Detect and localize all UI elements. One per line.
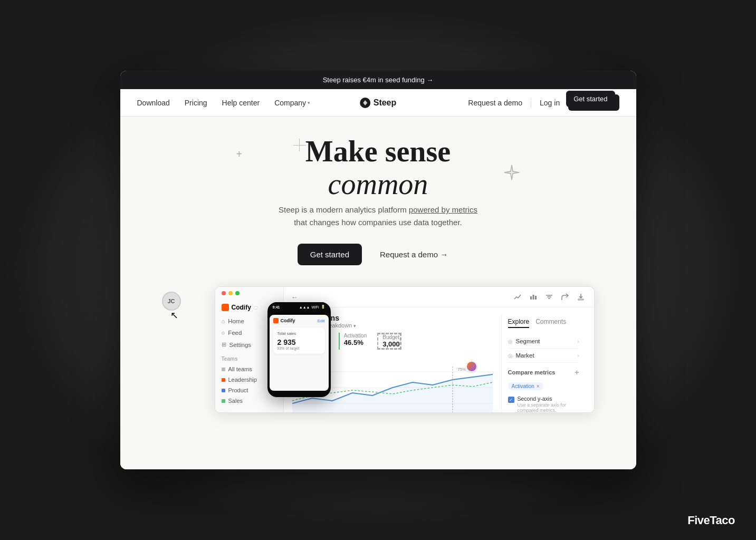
mobile-notch xyxy=(286,309,312,313)
compare-title: Compare metrics + xyxy=(508,368,579,377)
market-icon: ◎ xyxy=(508,353,513,359)
svg-text:75%: 75% xyxy=(457,367,465,372)
sidebar-app-name: Codify xyxy=(232,304,251,311)
second-y-checkbox[interactable]: ✓ xyxy=(508,397,514,403)
chart-user-avatar xyxy=(466,361,477,372)
company-dropdown-icon: ▾ xyxy=(308,100,310,105)
metric-activation-label: Activation xyxy=(344,333,367,339)
deco-plus-1: + xyxy=(236,148,243,160)
metric-budget: Budget 3,000 xyxy=(377,333,401,350)
nav-pricing[interactable]: Pricing xyxy=(185,99,207,107)
sidebar-team-product-label: Product xyxy=(228,387,248,393)
market-text: Market xyxy=(516,352,534,359)
nav-company-label: Company xyxy=(274,99,306,107)
deco-sparkle xyxy=(503,164,520,181)
compare-section: Compare metrics + Activation × xyxy=(508,368,579,412)
hero-section: + Make sense common Steep is a modern an… xyxy=(120,117,636,469)
explore-tabs: Explore Comments xyxy=(508,318,579,328)
team-dot-product xyxy=(222,389,225,392)
segment-text: Segment xyxy=(516,338,540,344)
toolbar-share-icon[interactable] xyxy=(559,291,571,303)
nav-company[interactable]: Company ▾ xyxy=(274,99,310,107)
toolbar-back-button[interactable]: ← xyxy=(291,293,298,301)
deco-cross-1 xyxy=(294,140,305,150)
mobile-content: Codify Edit Total sales 2 935 93% of tar… xyxy=(270,315,329,391)
hero-headline-line2: common xyxy=(328,168,428,200)
metric-budget-value: 3,000 xyxy=(382,340,400,348)
hero-subtitle: Steep is a modern analytics platform pow… xyxy=(279,204,477,229)
nav-brand[interactable]: Steep xyxy=(360,98,397,108)
sidebar-home-label: Home xyxy=(228,318,244,324)
second-y-row: ✓ Second y-axis Use a separate axis for … xyxy=(508,396,579,412)
nav-left: Download Pricing Help center Company ▾ xyxy=(137,99,311,107)
market-chevron: › xyxy=(577,353,579,359)
announcement-text: Steep raises €4m in seed funding → xyxy=(323,76,434,84)
activation-tag-remove[interactable]: × xyxy=(537,383,540,389)
app-screenshot-container: JC ↖ Codify xyxy=(162,286,595,434)
hero-headline-line1: Make sense xyxy=(305,135,451,168)
toolbar-chart-line-icon[interactable] xyxy=(512,291,523,303)
window-dot-red xyxy=(222,291,226,295)
toolbar-icons xyxy=(512,291,587,303)
sidebar-feed-label: Feed xyxy=(228,330,242,336)
home-icon: ⌂ xyxy=(222,318,225,324)
mobile-card-value: 2 935 xyxy=(277,338,321,346)
app-toolbar: ← xyxy=(284,287,594,307)
team-dot-sales xyxy=(222,399,225,403)
mobile-edit-button[interactable]: Edit xyxy=(318,319,325,323)
mobile-card-sub: 93% of target xyxy=(277,346,321,350)
mobile-app-label: Codify xyxy=(281,318,295,323)
breakdown-chevron: ▾ xyxy=(353,323,356,329)
mobile-app-header: Codify Edit xyxy=(273,318,325,323)
svg-rect-2 xyxy=(530,296,532,300)
nav-help-center[interactable]: Help center xyxy=(222,99,260,107)
cursor-icon: ↖ xyxy=(170,310,178,321)
nav-login[interactable]: Log in xyxy=(540,99,560,107)
sidebar-team-sales-label: Sales xyxy=(228,398,243,404)
explore-segment-label: ◎ Segment xyxy=(508,338,540,344)
toolbar-export-icon[interactable] xyxy=(575,291,587,303)
mobile-app-logo xyxy=(273,318,279,323)
explore-item-segment[interactable]: ◎ Segment › xyxy=(508,334,579,349)
mobile-time: 9:41 xyxy=(273,305,280,309)
sidebar-settings-label: Settings xyxy=(229,342,252,348)
nav-request-demo[interactable]: Request a demo xyxy=(468,99,522,107)
window-controls xyxy=(222,291,240,295)
get-started-tooltip: Get started xyxy=(566,91,615,107)
feed-icon: ○ xyxy=(222,330,225,336)
watermark: FiveTaco xyxy=(687,514,735,527)
compare-add-button[interactable]: + xyxy=(575,368,579,377)
nav-download[interactable]: Download xyxy=(137,99,170,107)
activation-tag-label: Activation xyxy=(512,383,534,389)
hero-get-started-button[interactable]: Get started xyxy=(298,244,362,265)
mobile-app-name-area: Codify xyxy=(273,318,295,323)
brand-logo-icon xyxy=(360,98,370,108)
avatar: JC xyxy=(162,292,181,311)
toolbar-chart-bar-icon[interactable] xyxy=(528,291,539,303)
sidebar-team-sales[interactable]: Sales xyxy=(215,396,283,406)
explore-market-label: ◎ Market xyxy=(508,352,534,359)
explore-tab-explore[interactable]: Explore xyxy=(508,318,530,328)
mobile-card-label: Total sales xyxy=(277,331,321,336)
segment-chevron: › xyxy=(577,339,579,344)
window-dot-yellow xyxy=(228,291,233,295)
sidebar-team-leadership-label: Leadership xyxy=(228,377,257,383)
sidebar-app-logo xyxy=(222,304,229,311)
announcement-bar[interactable]: Steep raises €4m in seed funding → xyxy=(120,71,636,89)
team-dot-leadership xyxy=(222,378,225,382)
sidebar-team-all-label: All teams xyxy=(228,366,252,372)
hero-subtitle-link[interactable]: powered by metrics xyxy=(409,205,477,214)
nav-divider xyxy=(531,98,531,108)
explore-tab-comments[interactable]: Comments xyxy=(535,318,566,328)
metric-activation: Activation 46.5% xyxy=(339,333,367,350)
activation-tag: Activation × xyxy=(508,381,579,393)
mobile-status-icons: ▲▲▲ WiFi 🔋 xyxy=(299,305,326,309)
metric-activation-value: 46.5% xyxy=(344,339,367,346)
explore-panel: Explore Comments ◎ Segment › xyxy=(501,314,586,412)
window-dot-green xyxy=(235,291,240,295)
explore-item-market[interactable]: ◎ Market › xyxy=(508,349,579,363)
toolbar-filter-icon[interactable] xyxy=(543,291,555,303)
mobile-card: Total sales 2 935 93% of target xyxy=(273,327,325,354)
hero-request-demo-button[interactable]: Request a demo → xyxy=(369,244,458,265)
hero-headline: Make sense common xyxy=(305,136,451,200)
